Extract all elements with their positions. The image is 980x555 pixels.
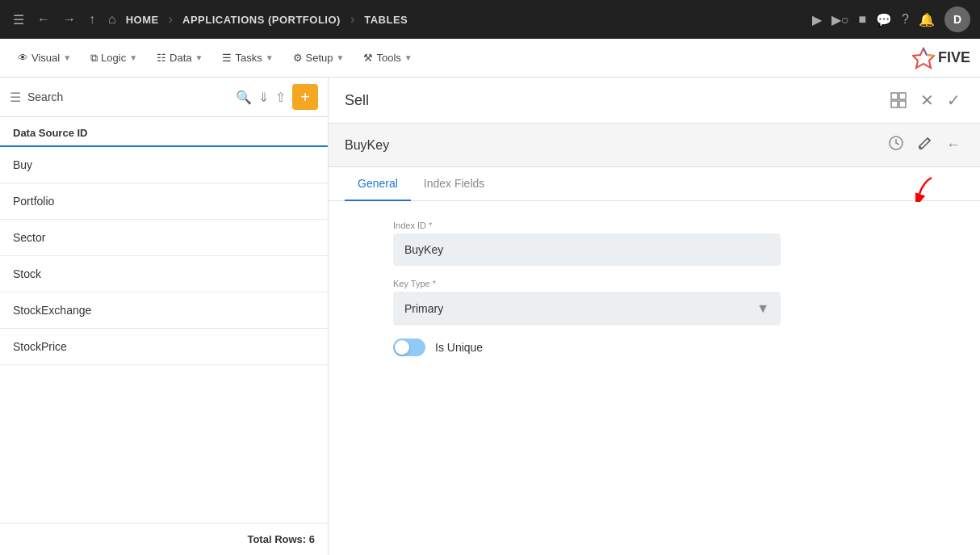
- sidebar-item-label: StockPrice: [13, 340, 67, 353]
- sub-header-actions: ←: [885, 132, 964, 158]
- sidebar-item-stockprice[interactable]: StockPrice: [0, 329, 328, 365]
- sidebar-item-label: Stock: [13, 267, 41, 280]
- sidebar-search-bar: ☰ 🔍 ⇓ ⇧ +: [0, 78, 328, 117]
- is-unique-label: Is Unique: [435, 341, 483, 354]
- is-unique-row: Is Unique: [393, 338, 915, 356]
- download-icon[interactable]: ⇓: [258, 90, 269, 105]
- content-area: Sell ✕ ✓ BuyKey: [329, 78, 980, 555]
- grid-view-button[interactable]: [886, 88, 911, 112]
- setup-menu[interactable]: ⚙ Setup ▼: [285, 47, 353, 69]
- sidebar-item-stock[interactable]: Stock: [0, 256, 328, 292]
- main-layout: ☰ 🔍 ⇓ ⇧ + Data Source ID Buy Portfolio S…: [0, 78, 980, 555]
- tasks-label: Tasks: [235, 52, 262, 64]
- play-icon[interactable]: ▶: [812, 12, 822, 27]
- clock-icon: [888, 135, 904, 151]
- key-type-field: Key Type * Primary ▼: [393, 279, 915, 326]
- index-id-input[interactable]: [393, 233, 781, 266]
- history-button[interactable]: [885, 132, 907, 158]
- tasks-chevron: ▼: [266, 53, 274, 62]
- close-button[interactable]: ✕: [917, 87, 937, 113]
- data-chevron: ▼: [195, 53, 203, 62]
- avatar[interactable]: D: [944, 6, 970, 32]
- gear-icon: ⚙: [293, 52, 303, 64]
- home-icon[interactable]: ⌂: [105, 9, 119, 30]
- stop-icon[interactable]: ■: [858, 12, 866, 27]
- five-logo-text: FIVE: [938, 49, 970, 66]
- logic-label: Logic: [101, 52, 126, 64]
- pencil-icon: [917, 135, 933, 151]
- tools-menu[interactable]: ⚒ Tools ▼: [355, 47, 420, 69]
- key-type-label: Key Type *: [393, 279, 915, 288]
- nav-sep-1: ›: [169, 12, 173, 27]
- setup-chevron: ▼: [337, 53, 345, 62]
- sidebar-item-label: StockExchange: [13, 304, 91, 317]
- svg-line-1: [923, 48, 927, 55]
- sidebar-item-sector[interactable]: Sector: [0, 220, 328, 256]
- back-icon[interactable]: ←: [34, 9, 53, 30]
- nav-portfolio-link[interactable]: APPLICATIONS (PORTFOLIO): [182, 14, 341, 26]
- eye-icon: 👁: [18, 52, 28, 64]
- tab-general[interactable]: General: [345, 167, 411, 201]
- tools-label: Tools: [376, 52, 400, 64]
- tools-icon: ⚒: [363, 52, 373, 64]
- confirm-button[interactable]: ✓: [944, 87, 964, 113]
- page-title: Sell: [345, 92, 886, 109]
- tabs: General Index Fields: [329, 167, 980, 201]
- toggle-knob: [395, 340, 409, 355]
- data-menu[interactable]: ☷ Data ▼: [149, 47, 211, 69]
- sidebar-item-label: Buy: [13, 158, 32, 171]
- sidebar-item-label: Sector: [13, 231, 45, 244]
- tasks-icon: ☰: [222, 52, 232, 64]
- logic-icon: ⧉: [90, 52, 98, 65]
- visual-menu[interactable]: 👁 Visual ▼: [10, 47, 79, 69]
- forward-icon[interactable]: →: [60, 9, 79, 30]
- search-input[interactable]: [27, 90, 229, 103]
- visual-label: Visual: [31, 52, 60, 64]
- sidebar-footer: Total Rows: 6: [0, 523, 328, 555]
- top-nav: ☰ ← → ↑ ⌂ HOME › APPLICATIONS (PORTFOLIO…: [0, 0, 980, 39]
- sidebar-header: Data Source ID: [0, 117, 328, 147]
- svg-marker-0: [913, 48, 934, 68]
- share-icon[interactable]: ⇧: [275, 90, 286, 105]
- index-id-field: Index ID *: [393, 221, 915, 266]
- sidebar-item-portfolio[interactable]: Portfolio: [0, 183, 328, 220]
- nav-actions: ▶ ▶○ ■ 💬 ? 🔔 D: [812, 6, 970, 32]
- tab-index-fields[interactable]: Index Fields: [411, 167, 497, 201]
- index-id-label: Index ID *: [393, 221, 915, 230]
- five-logo: FIVE: [912, 47, 970, 69]
- logic-menu[interactable]: ⧉ Logic ▼: [82, 47, 145, 69]
- edit-button[interactable]: [914, 132, 936, 158]
- tasks-menu[interactable]: ☰ Tasks ▼: [214, 47, 281, 69]
- back-button[interactable]: ←: [943, 133, 964, 157]
- toolbar: 👁 Visual ▼ ⧉ Logic ▼ ☷ Data ▼ ☰ Tasks ▼ …: [0, 39, 980, 78]
- up-icon[interactable]: ↑: [86, 9, 98, 30]
- logic-chevron: ▼: [129, 53, 137, 62]
- add-button[interactable]: +: [292, 84, 318, 110]
- menu-icon[interactable]: ☰: [10, 9, 27, 31]
- grid-icon: [890, 91, 907, 109]
- key-type-chevron-icon: ▼: [756, 301, 769, 316]
- tools-chevron: ▼: [404, 53, 413, 62]
- svg-rect-4: [899, 93, 906, 99]
- svg-rect-3: [891, 93, 898, 99]
- record-icon[interactable]: ▶○: [831, 12, 849, 27]
- chat-icon[interactable]: 💬: [876, 12, 892, 27]
- visual-chevron: ▼: [63, 53, 71, 62]
- svg-line-2: [927, 55, 934, 56]
- sub-header: BuyKey: [329, 124, 980, 167]
- is-unique-toggle[interactable]: [393, 338, 425, 356]
- search-icon[interactable]: 🔍: [236, 90, 252, 105]
- svg-line-8: [928, 138, 930, 141]
- nav-tables-link[interactable]: TABLES: [364, 14, 408, 26]
- sidebar-list: Buy Portfolio Sector Stock StockExchange…: [0, 147, 328, 523]
- sidebar-menu-icon[interactable]: ☰: [10, 90, 21, 105]
- sidebar-item-buy[interactable]: Buy: [0, 147, 328, 183]
- help-icon[interactable]: ?: [902, 12, 909, 27]
- table-icon: ☷: [157, 52, 166, 64]
- nav-home-link[interactable]: HOME: [126, 14, 159, 26]
- key-type-select[interactable]: Primary ▼: [393, 292, 781, 326]
- data-label: Data: [170, 52, 191, 64]
- sidebar-item-stockexchange[interactable]: StockExchange: [0, 292, 328, 329]
- content-header: Sell ✕ ✓: [329, 78, 980, 124]
- bell-icon[interactable]: 🔔: [919, 12, 935, 27]
